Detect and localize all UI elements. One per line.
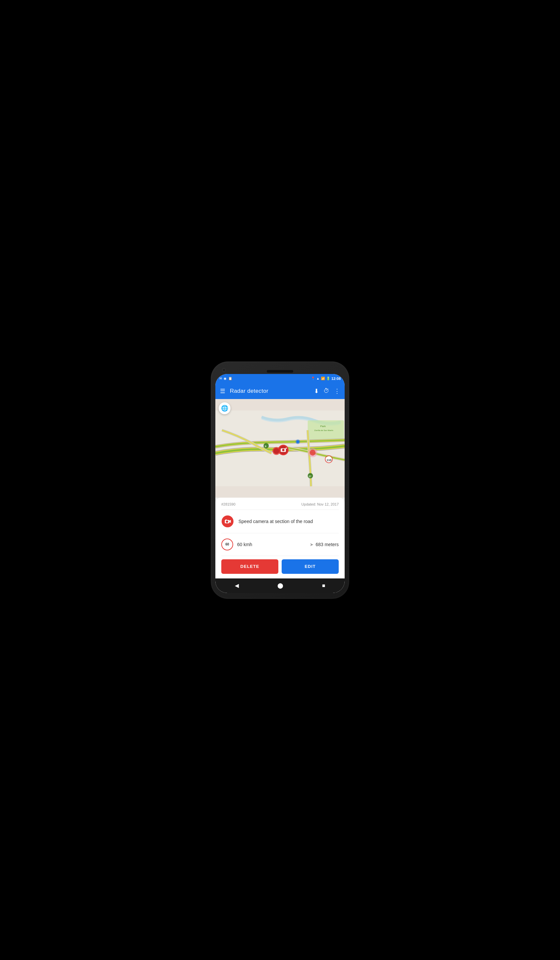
svg-rect-26: [225, 519, 227, 520]
wifi-icon: ▲: [316, 377, 320, 380]
map-area[interactable]: Park Zorrilla de San Martín: [215, 399, 345, 498]
app-bar: ☰ Radar detector ⬇ ⏱ ⋮: [215, 383, 345, 399]
phone-device: ✉ ◉ 📋 📍 ▲ 📶 🔋 12:08 ☰ Radar detector ⬇ ⏱…: [211, 362, 349, 599]
globe-icon: 🌐: [221, 405, 228, 412]
svg-point-24: [226, 521, 227, 522]
camera-title: Speed camera at section of the road: [238, 519, 313, 524]
divider-3: [221, 556, 339, 556]
divider-2: [221, 533, 339, 533]
navigation-icon: ➤: [310, 542, 314, 547]
globe-button[interactable]: 🌐: [219, 402, 230, 414]
signal-icon: 📶: [321, 377, 325, 380]
edit-button[interactable]: EDIT: [282, 559, 339, 574]
speed-distance-row: 60 60 kmh ➤ 683 meters: [221, 536, 339, 553]
status-bar-left: ✉ ◉ 📋: [219, 377, 232, 380]
phone-speaker: [267, 370, 293, 373]
card-buttons: DELETE EDIT: [221, 559, 339, 574]
svg-text:110: 110: [326, 458, 331, 461]
circle-icon: ◉: [224, 377, 227, 380]
bottom-nav: ◀ ⬤ ■: [215, 578, 345, 593]
divider-1: [221, 509, 339, 510]
svg-marker-25: [229, 520, 231, 522]
home-nav-button[interactable]: ⬤: [271, 580, 290, 591]
card-header: #281590 Updated: Nov 12, 2017: [221, 502, 339, 506]
app-title: Radar detector: [230, 388, 309, 394]
status-time: 12:08: [331, 377, 341, 381]
speed-badge: 60: [221, 539, 233, 550]
more-options-icon[interactable]: ⋮: [334, 387, 340, 395]
menu-icon[interactable]: ☰: [220, 387, 225, 395]
camera-type-icon: [222, 515, 234, 527]
recents-nav-button[interactable]: ■: [315, 580, 332, 591]
location-icon: 📍: [311, 377, 315, 380]
battery-icon: 🔋: [326, 377, 330, 380]
delete-button[interactable]: DELETE: [221, 559, 278, 574]
speed-label: 60 kmh: [237, 542, 252, 547]
camera-id: #281590: [221, 502, 235, 506]
back-nav-button[interactable]: ◀: [228, 580, 245, 591]
status-bar-right: 📍 ▲ 📶 🔋 12:08: [311, 377, 341, 381]
svg-point-14: [310, 450, 315, 456]
svg-point-12: [296, 440, 299, 443]
history-icon[interactable]: ⏱: [323, 387, 330, 394]
status-bar: ✉ ◉ 📋 📍 ▲ 📶 🔋 12:08: [215, 374, 345, 383]
speed-section: 60 60 kmh: [221, 539, 252, 550]
bottom-card: #281590 Updated: Nov 12, 2017: [215, 498, 345, 578]
camera-title-row: Speed camera at section of the road: [221, 512, 339, 530]
camera-updated: Updated: Nov 12, 2017: [301, 502, 339, 506]
clipboard-icon: 📋: [228, 377, 232, 380]
svg-text:9: 9: [265, 445, 267, 448]
svg-text:Park: Park: [320, 424, 326, 427]
phone-camera: [222, 368, 226, 372]
gmail-icon: ✉: [219, 377, 222, 380]
svg-point-18: [282, 449, 285, 451]
distance-value: 683 meters: [315, 542, 339, 547]
distance-section: ➤ 683 meters: [310, 542, 339, 547]
camera-icon-wrapper: [221, 515, 234, 528]
phone-screen: ✉ ◉ 📋 📍 ▲ 📶 🔋 12:08 ☰ Radar detector ⬇ ⏱…: [215, 374, 345, 593]
svg-rect-19: [286, 448, 287, 448]
download-icon[interactable]: ⬇: [314, 387, 319, 395]
svg-text:Zorrilla de San Martín: Zorrilla de San Martín: [314, 429, 333, 431]
svg-point-21: [274, 448, 279, 454]
svg-text:27: 27: [309, 475, 311, 477]
